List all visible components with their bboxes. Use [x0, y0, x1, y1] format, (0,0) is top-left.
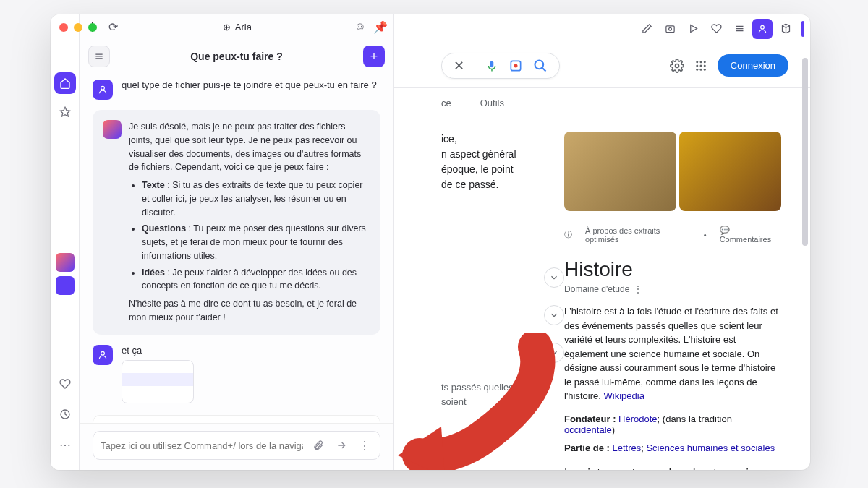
ai-bullet-list: Texte : Si tu as des extraits de texte q…: [142, 179, 370, 293]
extensions-icon[interactable]: [775, 19, 796, 39]
home-icon[interactable]: [54, 72, 76, 94]
ai-avatar-icon: [103, 120, 122, 139]
close-window-icon[interactable]: [59, 23, 68, 32]
sign-in-button[interactable]: Connexion: [718, 54, 788, 77]
emoji-icon[interactable]: ☺: [354, 20, 366, 34]
svg-point-18: [699, 64, 702, 67]
apps-grid-icon[interactable]: [694, 59, 707, 72]
more-icon[interactable]: ⋯: [54, 434, 76, 455]
search-submit-icon[interactable]: [533, 59, 548, 73]
left-sidebar: ⋯: [51, 14, 80, 470]
reload-icon[interactable]: ⟳: [106, 20, 120, 34]
kp-image-2[interactable]: [679, 132, 781, 211]
wikipedia-link[interactable]: Wikipédia: [604, 390, 644, 401]
settings-gear-icon[interactable]: [670, 59, 684, 73]
ai-message: Je suis désolé, mais je ne peux pas trai…: [93, 110, 380, 335]
attached-image-thumb[interactable]: [122, 360, 194, 403]
aria-app-title: ⊕Aria: [126, 22, 349, 33]
kp-meta-row: ⓘ À propos des extraits optimisés • 💬Com…: [564, 226, 781, 244]
truncated-text: ts passés quelles que soient: [441, 380, 550, 408]
maximize-window-icon[interactable]: [88, 23, 97, 32]
chat-scroll: quel type de fichier puis-je te joindre …: [80, 72, 393, 423]
tab-unknown[interactable]: ce: [441, 98, 451, 108]
svg-point-17: [696, 64, 698, 67]
traffic-lights: [59, 23, 97, 32]
svg-point-14: [696, 61, 698, 63]
user-message-attachment: et ça: [93, 345, 380, 403]
tradition-link[interactable]: occidentale: [564, 424, 612, 435]
part-link-1[interactable]: Lettres: [612, 442, 641, 453]
svg-point-27: [101, 351, 105, 355]
conversation-title: Que peux-tu faire ?: [117, 51, 356, 62]
page-scrollbar[interactable]: [802, 58, 808, 246]
kp-title: Histoire: [564, 258, 781, 281]
profile-avatar-icon[interactable]: [752, 19, 773, 39]
app-tile-2[interactable]: [56, 276, 75, 295]
about-snippets-link[interactable]: À propos des extraits optimisés: [585, 226, 691, 244]
svg-rect-3: [665, 26, 673, 33]
clear-search-icon[interactable]: ✕: [454, 58, 464, 74]
founder-link[interactable]: Hérodote: [618, 414, 657, 424]
heart-toolbar-icon[interactable]: [706, 19, 726, 39]
frag-line: de ce passé.: [441, 177, 550, 192]
composer-input[interactable]: [101, 440, 303, 451]
search-bar[interactable]: ✕: [441, 53, 560, 79]
expand-chevron-icon[interactable]: [544, 305, 564, 325]
heart-icon[interactable]: [54, 373, 76, 395]
play-icon[interactable]: [683, 19, 703, 39]
voice-search-icon[interactable]: [485, 59, 498, 72]
composer-box[interactable]: ⋮: [93, 431, 380, 460]
svg-marker-0: [60, 107, 69, 116]
part-link-2[interactable]: Sciences humaines et sociales: [646, 442, 775, 453]
menu-lines-icon[interactable]: [729, 19, 749, 39]
composer-more-icon[interactable]: ⋮: [357, 437, 373, 453]
kp-image-1[interactable]: [564, 132, 676, 211]
search-right-cluster: Connexion: [670, 54, 788, 77]
hamburger-icon[interactable]: [88, 46, 110, 67]
bullet: •: [704, 231, 707, 239]
svg-marker-5: [690, 25, 697, 33]
kp-subtitle: Domaine d'étude⋮: [564, 284, 781, 294]
svg-point-4: [668, 27, 671, 30]
pin-icon[interactable]: 📌: [373, 20, 388, 34]
composer: ⋮: [80, 423, 393, 470]
info-icon[interactable]: ⓘ: [564, 229, 572, 240]
app-tile-1[interactable]: [56, 253, 75, 272]
kp-more-icon[interactable]: ⋮: [634, 284, 642, 294]
frag-line: n aspect général: [441, 147, 550, 162]
user-message-text: quel type de fichier puis-je te joindre …: [122, 80, 377, 90]
aria-sidebar: ⋮ ⟳ ⊕Aria ☺ 📌 Que peux-tu faire ? + quel…: [80, 14, 394, 470]
feedback-link[interactable]: 💬Commentaires: [720, 226, 781, 244]
expand-chevron-icon[interactable]: [544, 343, 564, 363]
send-icon[interactable]: [333, 437, 349, 453]
svg-point-21: [699, 68, 702, 70]
svg-point-22: [704, 68, 706, 70]
expand-buttons: [441, 267, 564, 363]
frag-line: époque, le point: [441, 162, 550, 177]
aria-header: Que peux-tu faire ? +: [80, 40, 393, 72]
accent-bar: [801, 21, 804, 37]
attach-icon[interactable]: [310, 437, 326, 453]
svg-point-16: [704, 61, 706, 63]
sidebar-bottom: ⋯: [54, 373, 76, 455]
expand-chevron-icon[interactable]: [544, 267, 564, 288]
globe-icon: ⊕: [223, 22, 231, 33]
snippet-fragment: ice, n aspect général époque, le point d…: [441, 132, 550, 192]
kp-description: L'histoire est à la fois l'étude et l'éc…: [564, 304, 781, 403]
tab-tools[interactable]: Outils: [480, 98, 504, 108]
list-item: Idées : Je peux t'aider à développer des…: [142, 266, 370, 294]
lens-search-icon[interactable]: [509, 59, 523, 73]
svg-point-12: [535, 60, 544, 69]
new-chat-button[interactable]: +: [363, 46, 385, 67]
kp-images: [564, 132, 781, 211]
history-icon[interactable]: [54, 403, 76, 425]
browser-window: ⋯ ✕ Connexion: [51, 14, 810, 470]
edit-icon[interactable]: [637, 19, 657, 39]
list-item: Questions : Tu peux me poser des questio…: [142, 222, 370, 262]
minimize-window-icon[interactable]: [74, 23, 82, 32]
user-message: quel type de fichier puis-je te joindre …: [93, 80, 380, 100]
frag-line: ice,: [441, 132, 550, 147]
star-icon[interactable]: [54, 101, 76, 123]
error-message: ! Cette demande viole nos Conditions d'u…: [93, 415, 380, 424]
snapshot-icon[interactable]: [660, 19, 680, 39]
